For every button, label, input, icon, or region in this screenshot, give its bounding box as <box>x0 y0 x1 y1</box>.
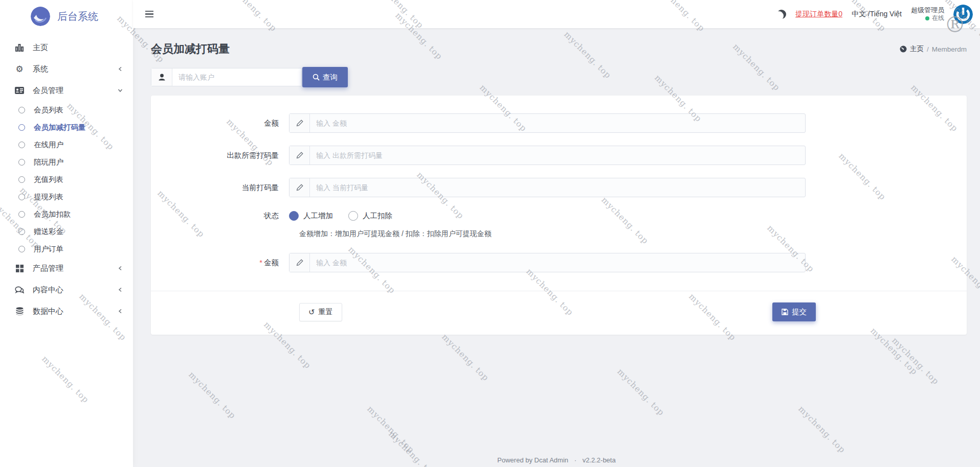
sidebar-item-system[interactable]: ⚙ 系统 <box>0 58 133 80</box>
payout-code-input[interactable] <box>310 146 805 165</box>
pencil-icon <box>289 253 310 272</box>
sidebar-item-data-center[interactable]: 数据中心 <box>0 300 133 322</box>
query-button[interactable]: 查询 <box>302 67 348 87</box>
sidebar-item-user-orders[interactable]: 用户订单 <box>0 240 133 258</box>
dashboard-icon <box>900 45 907 53</box>
field-label: 当前打码量 <box>151 178 289 197</box>
radio-manual-deduct[interactable]: 人工扣除 <box>348 211 392 221</box>
brand[interactable]: 后台系统 <box>0 0 133 33</box>
sidebar-subitem-label: 陪玩用户 <box>34 157 63 167</box>
radio-manual-increase[interactable]: 人工增加 <box>289 211 333 221</box>
circle-icon <box>18 159 25 166</box>
chevron-down-icon <box>118 88 123 93</box>
circle-icon <box>18 142 25 148</box>
payout-code-field-group <box>289 146 806 165</box>
circle-icon <box>18 246 25 252</box>
required-star: * <box>259 259 262 267</box>
reset-button[interactable]: ↺ 重置 <box>299 303 342 321</box>
radio-icon[interactable] <box>289 211 299 221</box>
account-search-group <box>151 68 302 86</box>
footer: Powered by Dcat Admin · v2.2.2-beta <box>133 456 980 464</box>
sidebar-item-companion-users[interactable]: 陪玩用户 <box>0 153 133 171</box>
bar-chart-icon <box>14 44 25 52</box>
sidebar-subitem-label: 提现列表 <box>34 192 63 202</box>
sidebar-item-label: 主页 <box>33 43 48 53</box>
sidebar-subitem-label: 用户订单 <box>34 244 63 254</box>
language-switcher[interactable]: 中文 /Tiếng Việt <box>852 10 902 19</box>
sidebar-subitem-label: 会员列表 <box>34 105 63 115</box>
current-code-input[interactable] <box>310 178 805 197</box>
circle-icon <box>18 124 25 131</box>
sidebar-item-label: 内容中心 <box>33 285 63 295</box>
sidebar-item-label: 会员管理 <box>33 86 63 96</box>
radio-icon[interactable] <box>348 211 358 221</box>
sidebar-item-product-management[interactable]: 产品管理 <box>0 258 133 279</box>
sidebar-item-member-management[interactable]: 会员管理 <box>0 80 133 101</box>
chevron-left-icon <box>118 66 123 72</box>
circle-icon <box>18 107 25 113</box>
pencil-icon <box>289 146 310 165</box>
field-label: 出款所需打码量 <box>151 146 289 165</box>
circle-icon <box>18 228 25 235</box>
id-card-icon <box>14 87 25 94</box>
circle-icon <box>18 176 25 183</box>
gear-icon: ⚙ <box>14 65 25 74</box>
user-status: 在线 <box>911 14 944 22</box>
database-icon <box>14 307 25 315</box>
current-code-field-group <box>289 178 806 197</box>
chevron-left-icon <box>118 266 123 271</box>
status-help-text: 金额增加：增加用户可提现金额 / 扣除：扣除用户可提现金额 <box>151 229 967 239</box>
person-icon <box>151 68 172 86</box>
footer-powered[interactable]: Powered by Dcat Admin <box>497 456 568 464</box>
chevron-left-icon <box>118 287 123 292</box>
amount-field-group <box>289 113 806 133</box>
save-icon <box>782 309 788 315</box>
reset-icon: ↺ <box>308 308 315 316</box>
top-header: 提现订单数量0 中文 /Tiếng Việt 超级管理员 在线 <box>133 0 980 28</box>
pencil-icon <box>289 114 310 132</box>
sidebar-item-member-adjust-money[interactable]: 会员加扣款 <box>0 205 133 223</box>
sidebar-item-online-users[interactable]: 在线用户 <box>0 136 133 153</box>
sidebar-item-label: 系统 <box>33 64 48 74</box>
amount-input[interactable] <box>310 114 805 132</box>
sidebar-item-home[interactable]: 主页 <box>0 37 133 58</box>
sidebar-subitem-label: 充值列表 <box>34 175 63 184</box>
field-label: 金额 <box>151 113 289 133</box>
sidebar-item-member-code-amount[interactable]: 会员加减打码量 <box>0 119 133 136</box>
sidebar-item-gift-bonus[interactable]: 赠送彩金 <box>0 223 133 240</box>
grid-icon <box>14 265 25 272</box>
field-label: 状态 <box>151 210 289 221</box>
sidebar-item-recharge-list[interactable]: 充值列表 <box>0 171 133 188</box>
sidebar-item-label: 产品管理 <box>33 264 63 273</box>
sidebar-item-member-list[interactable]: 会员列表 <box>0 101 133 119</box>
circle-icon <box>18 211 25 218</box>
sidebar-subitem-label: 会员加减打码量 <box>34 123 86 132</box>
sidebar-item-content-center[interactable]: 内容中心 <box>0 279 133 300</box>
user-menu[interactable]: 超级管理员 在线 <box>911 6 944 22</box>
sidebar-subitem-label: 赠送彩金 <box>34 227 63 237</box>
circle-icon <box>18 194 25 200</box>
form-card: 金额 出款所需打码量 当前打码量 <box>151 96 967 335</box>
pencil-icon <box>289 178 310 197</box>
menu-toggle-icon[interactable] <box>145 11 153 18</box>
breadcrumb: 主页 / Memberdm <box>900 44 967 54</box>
user-name: 超级管理员 <box>911 6 944 14</box>
dark-mode-moon-icon[interactable] <box>777 10 786 19</box>
breadcrumb-home[interactable]: 主页 <box>910 44 924 54</box>
chevron-left-icon <box>118 309 123 314</box>
required-amount-field-group <box>289 253 806 272</box>
field-label: *金额 <box>151 253 289 272</box>
online-dot-icon <box>925 16 929 20</box>
sidebar-subitem-label: 在线用户 <box>34 140 63 150</box>
account-search-input[interactable] <box>172 68 301 86</box>
search-icon <box>313 74 320 81</box>
sidebar-item-withdraw-list[interactable]: 提现列表 <box>0 188 133 205</box>
brand-logo-icon <box>31 7 50 26</box>
submit-button[interactable]: 提交 <box>772 302 816 321</box>
sidebar: 后台系统 主页 ⚙ 系统 会员管理 <box>0 0 133 467</box>
breadcrumb-current: Memberdm <box>932 45 967 53</box>
required-amount-input[interactable] <box>310 253 805 272</box>
withdraw-orders-link[interactable]: 提现订单数量0 <box>795 10 842 19</box>
chat-bubbles-icon <box>14 286 25 294</box>
avatar[interactable] <box>953 5 973 24</box>
